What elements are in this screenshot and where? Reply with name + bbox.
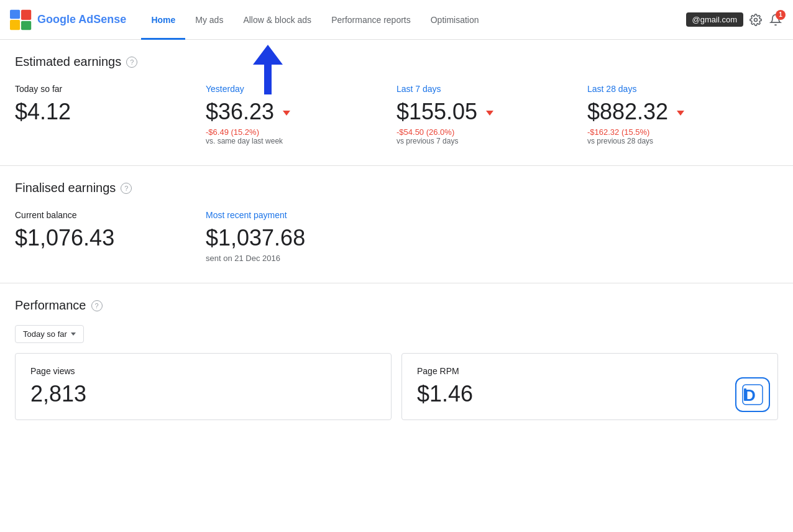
header-right: @gmail.com 1 <box>686 12 783 27</box>
page-rpm-label: Page RPM <box>417 366 763 376</box>
page-rpm-card: Page RPM $1.46 D <box>401 353 778 420</box>
7days-amount-value: $155.05 <box>396 99 477 124</box>
current-balance-label: Current balance <box>15 210 206 220</box>
finalised-grid: Current balance $1,076.43 Most recent pa… <box>15 210 778 263</box>
header: Google AdSense Home My ads Allow & block… <box>0 0 793 40</box>
dropdown-arrow-icon <box>71 332 76 336</box>
nav-item-optimisation[interactable]: Optimisation <box>421 0 489 40</box>
performance-period-dropdown[interactable]: Today so far <box>15 325 84 343</box>
estimated-earnings-label: Estimated earnings <box>15 55 121 69</box>
28days-period-label[interactable]: Last 28 days <box>587 84 758 94</box>
settings-icon[interactable] <box>748 12 763 27</box>
7days-down-arrow-icon <box>486 111 493 116</box>
logo-text: Google AdSense <box>37 13 126 26</box>
28days-change: -$162.32 (15.5%) <box>587 127 758 137</box>
estimated-earnings-help-icon[interactable]: ? <box>126 57 137 68</box>
performance-period-label: Today so far <box>23 329 67 339</box>
notification-badge: 1 <box>776 10 786 20</box>
recent-payment-col: Most recent payment $1,037.68 sent on 21… <box>206 210 396 263</box>
finalised-earnings-label: Finalised earnings <box>15 181 116 195</box>
user-email-badge: @gmail.com <box>686 12 743 27</box>
current-balance-amount: $1,076.43 <box>15 225 206 251</box>
earnings-col-today: Today so far $4.12 <box>15 84 206 145</box>
performance-help-icon[interactable]: ? <box>91 300 103 311</box>
performance-section: Performance ? Today so far Page views 2,… <box>0 283 793 435</box>
notifications-wrapper[interactable]: 1 <box>768 12 783 27</box>
yesterday-vs: vs. same day last week <box>206 137 377 145</box>
earnings-grid: Today so far $4.12 Yesterday $36.23 -$6.… <box>15 84 778 145</box>
finalised-earnings-title: Finalised earnings ? <box>15 181 778 195</box>
main-content: Estimated earnings ? Today so far $4.12 … <box>0 40 793 532</box>
finalised-earnings-help-icon[interactable]: ? <box>121 183 132 194</box>
user-email: @gmail.com <box>692 15 737 24</box>
nav-item-my-ads[interactable]: My ads <box>185 0 233 40</box>
nav-item-performance-reports[interactable]: Performance reports <box>321 0 421 40</box>
28days-amount-value: $882.32 <box>587 99 668 124</box>
28days-down-arrow-icon <box>677 111 684 116</box>
page-views-value: 2,813 <box>30 381 376 407</box>
earnings-col-28days: Last 28 days $882.32 -$162.32 (15.5%) vs… <box>587 84 778 145</box>
today-period-label: Today so far <box>15 84 186 94</box>
logo-prefix: Google <box>37 13 78 25</box>
page-views-label: Page views <box>30 366 376 376</box>
performance-label: Performance <box>15 298 86 313</box>
yesterday-amount-value: $36.23 <box>206 99 274 124</box>
tapfiliate-logo-icon: D <box>741 383 764 406</box>
logo-brand: AdSense <box>78 13 126 25</box>
28days-vs: vs previous 28 days <box>587 137 758 145</box>
7days-amount: $155.05 <box>396 99 567 125</box>
yesterday-change: -$6.49 (15.2%) <box>206 127 377 137</box>
google-adsense-logo-icon <box>10 9 32 31</box>
performance-cards: Page views 2,813 Page RPM $1.46 D <box>15 353 778 420</box>
logo: Google AdSense <box>10 9 126 31</box>
nav-item-home[interactable]: Home <box>141 0 185 40</box>
earnings-col-7days: Last 7 days $155.05 -$54.50 (26.0%) vs p… <box>396 84 587 145</box>
payment-sent-date: sent on 21 Dec 2016 <box>206 254 396 263</box>
finalised-empty-col-2 <box>587 210 778 263</box>
yesterday-amount: $36.23 <box>206 99 377 125</box>
28days-amount: $882.32 <box>587 99 758 125</box>
earnings-col-yesterday: Yesterday $36.23 -$6.49 (15.2%) vs. same… <box>206 84 396 145</box>
tapfiliate-logo: D <box>735 377 770 412</box>
most-recent-payment-label[interactable]: Most recent payment <box>206 210 396 220</box>
svg-point-4 <box>754 18 758 21</box>
performance-title: Performance ? <box>15 298 778 313</box>
current-balance-col: Current balance $1,076.43 <box>15 210 206 263</box>
finalised-empty-col <box>396 210 587 263</box>
main-nav: Home My ads Allow & block ads Performanc… <box>141 0 685 40</box>
page-views-card: Page views 2,813 <box>15 353 392 420</box>
7days-period-label[interactable]: Last 7 days <box>396 84 567 94</box>
yesterday-period-label[interactable]: Yesterday <box>206 84 377 94</box>
finalised-earnings-section: Finalised earnings ? Current balance $1,… <box>0 166 793 283</box>
page-rpm-value: $1.46 <box>417 381 763 407</box>
7days-change: -$54.50 (26.0%) <box>396 127 567 137</box>
7days-vs: vs previous 7 days <box>396 137 567 145</box>
yesterday-down-arrow-icon <box>283 111 290 116</box>
svg-rect-2 <box>21 9 31 19</box>
svg-rect-0 <box>10 20 20 30</box>
estimated-earnings-title: Estimated earnings ? <box>15 55 778 69</box>
most-recent-payment-amount: $1,037.68 <box>206 225 396 251</box>
estimated-earnings-section: Estimated earnings ? Today so far $4.12 … <box>0 40 793 166</box>
svg-rect-1 <box>10 9 20 18</box>
svg-rect-3 <box>21 21 31 29</box>
nav-item-allow-block-ads[interactable]: Allow & block ads <box>233 0 321 40</box>
svg-rect-10 <box>744 388 746 401</box>
today-amount: $4.12 <box>15 99 186 125</box>
